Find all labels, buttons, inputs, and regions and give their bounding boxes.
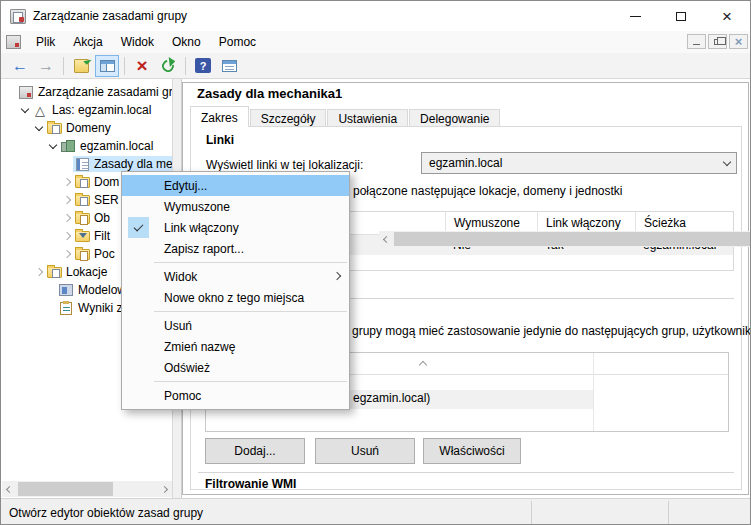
menu-item-usun[interactable]: Usuń (122, 315, 349, 336)
wmi-section-title: Filtrowanie WMI (205, 477, 296, 491)
starter-folder-icon (73, 249, 91, 260)
mdi-minimize-icon (693, 44, 700, 45)
filter-folder-icon (73, 231, 91, 242)
minimize-icon (630, 16, 641, 17)
menu-item-odswiez[interactable]: Odśwież (122, 357, 349, 378)
modeling-icon (57, 284, 75, 296)
sites-folder-icon (45, 267, 63, 278)
chevron-expanded-icon[interactable] (19, 109, 31, 112)
chevron-collapsed-icon[interactable] (61, 251, 73, 257)
delete-button[interactable]: × (130, 55, 154, 77)
domains-folder-icon (45, 123, 63, 134)
gpmc-app-icon (10, 9, 26, 24)
remove-button[interactable]: Usuń (315, 438, 415, 464)
export-button[interactable] (69, 55, 93, 77)
menu-item-edytuj[interactable]: Edytuj... (122, 175, 349, 196)
mdi-close-icon: × (735, 35, 743, 48)
help-icon: ? (195, 58, 211, 73)
back-icon: ← (12, 58, 28, 74)
help-button[interactable]: ? (191, 55, 215, 77)
checkmark-icon (128, 217, 149, 238)
export-list-button[interactable] (217, 55, 241, 77)
results-icon (57, 302, 75, 315)
properties-button[interactable]: Właściwości (423, 438, 521, 464)
submenu-arrow-icon (333, 272, 341, 280)
menu-item-wymuszone[interactable]: Wymuszone (122, 196, 349, 217)
menu-item-nowe-okno[interactable]: Nowe okno z tego miejsca (122, 287, 349, 308)
domain-icon (59, 140, 77, 152)
menu-item-zapisz-raport[interactable]: Zapisz raport... (122, 238, 349, 259)
menu-item-zmien-nazwe[interactable]: Zmień nazwę (122, 336, 349, 357)
chevron-collapsed-icon[interactable] (61, 215, 73, 221)
gpo-title: Zasady dla mechanika1 (197, 86, 342, 101)
chevron-collapsed-icon[interactable] (61, 179, 73, 185)
list-item-label: egzamin.local) (353, 391, 430, 405)
scroll-left-arrow[interactable] (2, 481, 17, 497)
window-title: Zarządzanie zasadami grupy (33, 9, 187, 23)
tree-item-forest[interactable]: △ Las: egzamin.local (1, 101, 172, 119)
console-root-icon (17, 86, 35, 99)
gpo-icon (73, 158, 91, 171)
refresh-icon (160, 57, 177, 74)
tree-item-domains[interactable]: Domeny (1, 119, 172, 137)
chevron-collapsed-icon[interactable] (61, 233, 73, 239)
menu-plik[interactable]: Plik (27, 32, 64, 52)
mdi-close-button[interactable]: × (729, 34, 748, 49)
add-button[interactable]: Dodaj... (205, 438, 305, 464)
tree-horizontal-scrollbar[interactable] (2, 481, 172, 497)
gpo-folder-icon (73, 213, 91, 224)
context-menu: Edytuj... Wymuszone Link włączony Zapisz… (121, 171, 350, 410)
mdi-minimize-button[interactable] (687, 34, 706, 49)
menu-akcja[interactable]: Akcja (64, 32, 111, 52)
list-column-divider (593, 353, 594, 431)
menu-okno[interactable]: Okno (163, 32, 210, 52)
menu-item-pomoc[interactable]: Pomoc (122, 385, 349, 406)
toolbar-separator (124, 57, 125, 75)
menu-item-widok[interactable]: Widok (122, 266, 349, 287)
minimize-button[interactable] (612, 1, 658, 31)
scroll-track[interactable] (17, 481, 157, 497)
section-divider (198, 472, 734, 474)
maximize-button[interactable] (658, 1, 704, 31)
back-button[interactable]: ← (8, 55, 32, 77)
export-list-icon (222, 60, 237, 72)
chevron-expanded-icon[interactable] (47, 145, 59, 148)
scroll-thumb[interactable] (18, 482, 113, 496)
menu-widok[interactable]: Widok (112, 32, 163, 52)
console-icon (6, 35, 21, 49)
menu-item-link-wlaczony[interactable]: Link włączony (122, 217, 349, 238)
close-icon: × (722, 8, 732, 25)
tab-strip: Zakres Szczegóły Ustawienia Delegowanie (190, 106, 501, 127)
tab-zakres[interactable]: Zakres (190, 106, 249, 127)
scroll-right-arrow[interactable] (157, 481, 172, 497)
tree-item-root[interactable]: Zarządzanie zasadami grupy (1, 83, 172, 101)
mdi-restore-icon (714, 39, 721, 45)
tab-delegowanie[interactable]: Delegowanie (409, 109, 500, 127)
chevron-collapsed-icon[interactable] (33, 269, 45, 275)
status-text: Otwórz edytor obiektów zasad grupy (9, 506, 203, 520)
menu-pomoc[interactable]: Pomoc (210, 32, 265, 52)
delete-icon: × (136, 56, 147, 75)
forest-icon: △ (31, 104, 49, 117)
sort-ascending-icon (419, 361, 427, 369)
refresh-button[interactable] (156, 55, 180, 77)
title-bar: Zarządzanie zasadami grupy × (1, 1, 750, 31)
chevron-collapsed-icon[interactable] (61, 197, 73, 203)
maximize-icon (676, 12, 686, 21)
menu-separator (154, 381, 347, 382)
toolbar-separator (185, 57, 186, 75)
export-icon (74, 59, 89, 73)
tab-ustawienia[interactable]: Ustawienia (327, 109, 408, 127)
forward-button[interactable]: → (34, 55, 58, 77)
close-button[interactable]: × (704, 1, 750, 31)
toolbar-separator (63, 57, 64, 75)
tab-szczegoly[interactable]: Szczegóły (250, 109, 327, 127)
chevron-expanded-icon[interactable] (33, 127, 45, 130)
console-tree-toggle-icon (100, 60, 115, 72)
ou-folder-icon (73, 177, 91, 188)
gpmc-window: Zarządzanie zasadami grupy × Plik Akcja … (0, 0, 751, 525)
console-tree-toggle-button[interactable] (95, 55, 119, 77)
tree-selection: Zasady dla mec (73, 156, 173, 172)
mdi-restore-button[interactable] (708, 34, 727, 49)
tree-item-domain[interactable]: egzamin.local (1, 137, 172, 155)
